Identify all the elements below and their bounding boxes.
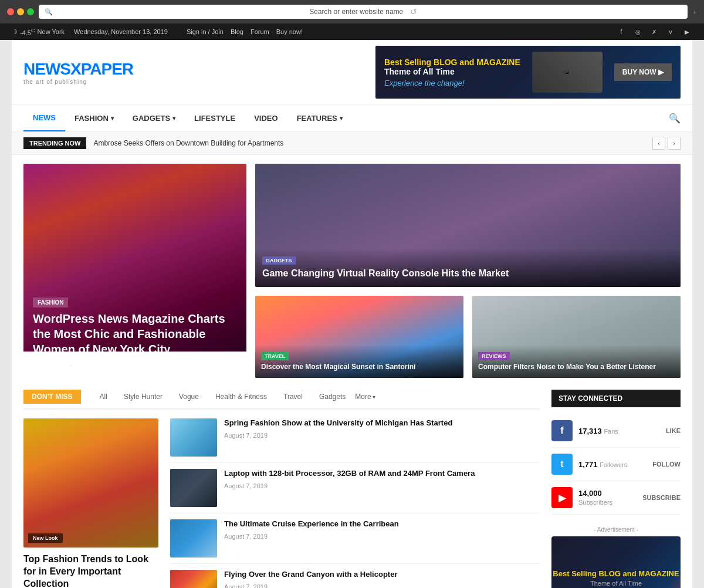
item-content: Laptop with 128-bit Processor, 32GB of R… [224,469,475,490]
chevron-down-icon: ▾ [172,115,175,121]
buynow-link[interactable]: Buy now! [276,28,303,35]
header-ad-banner[interactable]: Best Selling BLOG and MAGAZINE Theme of … [375,46,681,99]
item-date: August 7, 2019 [224,533,268,540]
signin-link[interactable]: Sign in / Join [187,28,224,35]
tab-health[interactable]: Health & Fitness [208,390,274,403]
twitter-icon: t [551,454,573,475]
url-bar[interactable]: Search or enter website name ↺ [39,5,688,19]
facebook-icon: f [551,420,573,441]
close-dot[interactable] [7,8,14,15]
hero-santorini-article[interactable]: TRAVEL Discover the Most Magical Sunset … [255,296,463,378]
dont-miss-list: Spring Fashion Show at the University of… [170,418,540,588]
sidebar-ad-subheadline: Theme of All Time [553,580,679,587]
list-item[interactable]: Laptop with 128-bit Processor, 32GB of R… [170,469,540,513]
nav-lifestyle[interactable]: LIFESTYLE [185,106,245,131]
dont-miss-header: DON'T MISS All Style Hunter Vogue Health… [23,390,540,410]
stay-connected-header: STAY CONNECTED [551,390,681,407]
new-tab-button[interactable]: + [692,8,697,16]
item-content: The Ultimate Cruise Experience in the Ca… [224,519,399,540]
tab-style-hunter[interactable]: Style Hunter [117,390,170,403]
search-button[interactable]: 🔍 [669,113,681,124]
nav-features[interactable]: FEATURES ▾ [287,106,352,131]
reload-button[interactable]: ↺ [410,7,417,16]
list-item[interactable]: Spring Fashion Show at the University of… [170,418,540,463]
main-navigation: NEWS FASHION ▾ GADGETS ▾ LIFESTYLE VIDEO… [12,104,692,132]
twitter-icon-top[interactable]: ✗ [649,26,659,37]
tab-travel[interactable]: Travel [276,390,310,403]
item-date: August 7, 2019 [224,583,268,588]
sidebar-ad-banner[interactable]: Best Selling BLOG and MAGAZINE Theme of … [551,536,681,588]
youtube-icon: ▶ [551,487,573,508]
tab-gadgets[interactable]: Gadgets [312,390,353,403]
tab-more[interactable]: More ▾ [355,393,375,401]
tab-all[interactable]: All [93,390,114,403]
youtube-label: Subscribers [578,499,612,506]
minimize-dot[interactable] [17,8,24,15]
date-display: Wednesday, November 13, 2019 [74,28,168,35]
logo-x: X [70,60,81,78]
hero-main-article[interactable]: FASHION WordPress News Magazine Charts t… [23,164,246,378]
site-header: NEWSXPAPER the art of publishing Best Se… [12,40,692,104]
trending-prev-button[interactable]: ‹ [652,137,665,150]
list-item[interactable]: Flying Over the Grand Canyon with a Heli… [170,570,540,588]
hero-top-right-content: GADGETS Game Changing Virtual Reality Co… [255,248,681,287]
youtube-stats: 14,000 Subscribers [578,489,637,506]
nav-items: NEWS FASHION ▾ GADGETS ▾ LIFESTYLE VIDEO… [23,105,352,131]
logo-part3: PAPER [81,60,133,78]
nav-news[interactable]: NEWS [23,105,65,131]
logo-tagline: the art of publishing [23,79,133,85]
list-item[interactable]: The Ultimate Cruise Experience in the Ca… [170,519,540,564]
dont-miss-featured[interactable]: New Look Top Fashion Trends to Look for … [23,418,158,588]
santorini-content: TRAVEL Discover the Most Magical Sunset … [255,345,463,378]
hero-bottom-row: TRAVEL Discover the Most Magical Sunset … [255,296,681,378]
nav-fashion[interactable]: FASHION ▾ [65,106,123,131]
item-content: Flying Over the Grand Canyon with a Heli… [224,570,397,588]
gadgets-badge: GADGETS [262,256,296,265]
facebook-like-button[interactable]: LIKE [666,427,681,434]
facebook-row: f 17,313 Fans LIKE [551,414,681,448]
top-nav-links: Sign in / Join Blog Forum Buy now! [187,28,303,35]
nav-gadgets[interactable]: GADGETS ▾ [123,106,185,131]
banner-tagline: Experience the change! [384,79,520,87]
instagram-icon-top[interactable]: ◎ [632,26,643,37]
hero-listener-article[interactable]: REVIEWS Computer Filters Noise to Make Y… [472,296,681,378]
dont-miss-featured-image: New Look [23,418,158,548]
trending-nav: ‹ › [652,137,681,150]
trending-text: Ambrose Seeks Offers on Downtown Buildin… [93,139,645,147]
twitter-count: 1,771 [578,460,598,469]
banner-buy-button[interactable]: BUY NOW ▶ [614,63,672,81]
item-title: Laptop with 128-bit Processor, 32GB of R… [224,469,475,479]
youtube-icon-top[interactable]: ▶ [682,26,692,37]
header-banner-text: Best Selling BLOG and MAGAZINE Theme of … [384,58,520,87]
dont-miss-featured-title: Top Fashion Trends to Look for in Every … [23,553,158,588]
dont-miss-section: DON'T MISS All Style Hunter Vogue Health… [23,390,540,588]
chevron-down-icon: ▾ [340,115,343,121]
blog-link[interactable]: Blog [231,28,243,35]
facebook-icon-top[interactable]: f [616,26,627,37]
moon-icon: ☽ [12,28,18,36]
forum-link[interactable]: Forum [251,28,269,35]
vimeo-icon-top[interactable]: v [665,26,676,37]
hero-main-title: WordPress News Magazine Charts the Most … [33,311,237,357]
sidebar-ad-text: Best Selling BLOG and MAGAZINE Theme of … [553,569,679,588]
youtube-subscribe-button[interactable]: SUBSCRIBE [642,494,681,501]
lower-section: DON'T MISS All Style Hunter Vogue Health… [12,378,692,588]
banner-subheadline: Theme of All Time [384,67,520,76]
twitter-follow-button[interactable]: FOLLOW [652,461,681,468]
twitter-row: t 1,771 Followers FOLLOW [551,448,681,481]
site-wrapper: NEWSXPAPER the art of publishing Best Se… [12,40,692,588]
facebook-stats: 17,313 Fans [578,427,660,435]
spring-thumbnail [170,418,217,457]
facebook-count: 17,313 [578,427,602,435]
weather-widget: ☽ -4.5C New York [12,28,65,36]
nav-video[interactable]: VIDEO [245,106,287,131]
new-look-badge: New Look [28,533,63,543]
tab-vogue[interactable]: Vogue [172,390,206,403]
trending-next-button[interactable]: › [668,137,681,150]
site-logo[interactable]: NEWSXPAPER the art of publishing [23,60,133,85]
hero-top-right-article[interactable]: GADGETS Game Changing Virtual Reality Co… [255,164,681,287]
sidebar-ad-headline: Best Selling BLOG and MAGAZINE [553,569,679,578]
listener-content: REVIEWS Computer Filters Noise to Make Y… [472,345,681,378]
maximize-dot[interactable] [27,8,34,15]
fashion-image [23,418,158,548]
